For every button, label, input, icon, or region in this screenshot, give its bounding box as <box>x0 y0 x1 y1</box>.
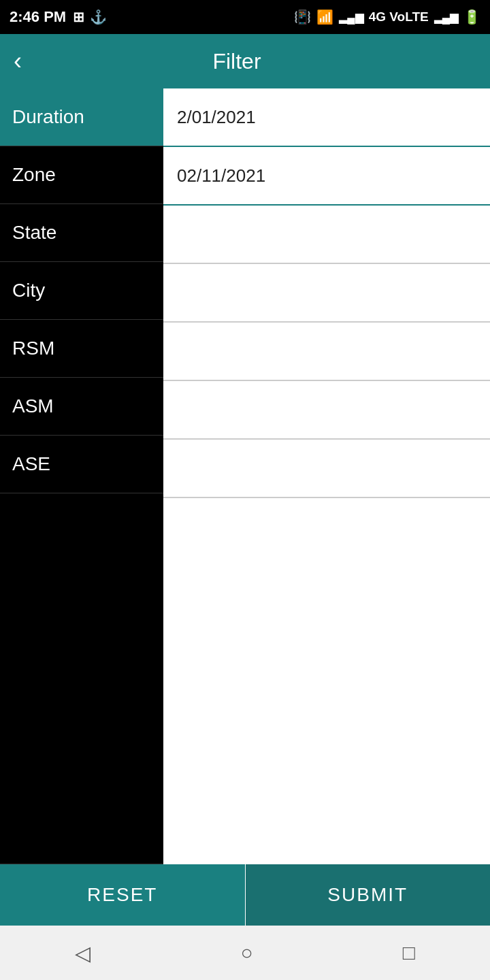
content-fill-area <box>163 498 490 864</box>
status-indicators: 📳 📶 ▂▄▆ 4G VoLTE ▂▄▆ 🔋 <box>294 9 480 25</box>
signal-bars-icon: ▂▄▆ <box>434 11 458 24</box>
ase-value-row[interactable] <box>163 440 490 498</box>
city-value-row[interactable] <box>163 264 490 323</box>
vibrate-icon: 📳 <box>294 9 311 25</box>
header: ‹ Filter <box>0 34 490 88</box>
nav-back-button[interactable]: ◁ <box>75 941 91 965</box>
asm-value-row[interactable] <box>163 381 490 440</box>
back-button[interactable]: ‹ <box>14 49 22 74</box>
battery-icon: 🔋 <box>463 9 480 25</box>
status-time: 2:46 PM ⊞ ⚓ <box>10 8 107 26</box>
sidebar-item-rsm[interactable]: RSM <box>0 320 163 378</box>
reset-button[interactable]: RESET <box>0 864 246 926</box>
date-end-value: 02/11/2021 <box>177 165 265 186</box>
sidebar-item-zone[interactable]: Zone <box>0 146 163 204</box>
filter-sidebar: Duration Zone State City RSM ASM ASE <box>0 88 163 864</box>
signal-strength-icon: ▂▄▆ <box>339 11 363 24</box>
nav-recent-button[interactable]: □ <box>403 941 415 964</box>
page-title: Filter <box>35 49 438 74</box>
sidebar-item-ase[interactable]: ASE <box>0 436 163 493</box>
icon-grid: ⊞ <box>73 9 84 25</box>
nav-bar: ◁ ○ □ <box>0 926 490 980</box>
sidebar-filler <box>0 493 163 864</box>
filter-content: 2/01/2021 02/11/2021 <box>163 88 490 864</box>
rsm-value-row[interactable] <box>163 323 490 381</box>
status-bar: 2:46 PM ⊞ ⚓ 📳 📶 ▂▄▆ 4G VoLTE ▂▄▆ 🔋 <box>0 0 490 34</box>
date-start-value: 2/01/2021 <box>177 107 256 128</box>
main-content: Duration Zone State City RSM ASM ASE 2/0… <box>0 88 490 864</box>
sidebar-item-city[interactable]: City <box>0 262 163 320</box>
bottom-action-bar: RESET SUBMIT <box>0 864 490 926</box>
sidebar-item-duration[interactable]: Duration <box>0 88 163 146</box>
submit-button[interactable]: SUBMIT <box>246 864 491 926</box>
sidebar-item-state[interactable]: State <box>0 204 163 262</box>
wifi-icon: 📶 <box>316 9 333 25</box>
state-value-row[interactable] <box>163 206 490 264</box>
nav-home-button[interactable]: ○ <box>240 941 252 964</box>
sidebar-item-asm[interactable]: ASM <box>0 378 163 436</box>
date-end-row[interactable]: 02/11/2021 <box>163 147 490 206</box>
time-display: 2:46 PM <box>10 8 66 26</box>
icon-usb: ⚓ <box>90 9 107 25</box>
date-start-row[interactable]: 2/01/2021 <box>163 88 490 147</box>
4g-label: 4G VoLTE <box>369 10 429 24</box>
status-icons: ⊞ ⚓ <box>73 9 107 25</box>
